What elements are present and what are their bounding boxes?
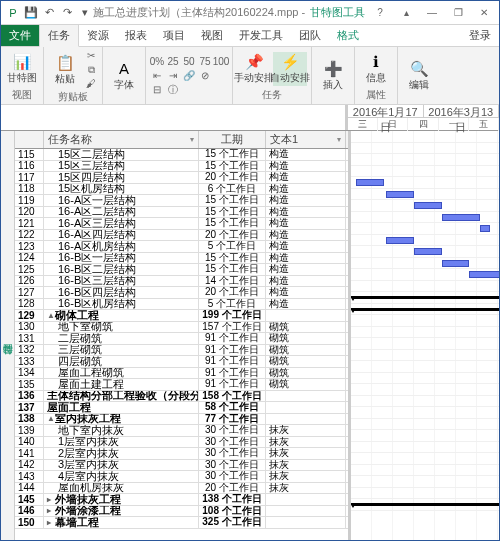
row-duration[interactable]: 20 个工作日: [199, 483, 266, 494]
row-name[interactable]: ▸外墙涂漆工程: [44, 506, 199, 517]
table-row[interactable]: 12416-B区一层结构15 个工作日构造: [15, 253, 348, 265]
minimize-icon[interactable]: —: [421, 4, 443, 22]
table-row[interactable]: 1401层室内抹灰30 个工作日抹灰: [15, 437, 348, 449]
table-row[interactable]: 144屋面机房抹灰20 个工作日抹灰: [15, 483, 348, 495]
row-name[interactable]: 15区四层结构: [44, 172, 199, 183]
pct-25-icon[interactable]: 25: [166, 55, 180, 68]
gantt-bar[interactable]: [469, 271, 499, 278]
table-row[interactable]: 150▸幕墙工程325 个工作日: [15, 517, 348, 529]
row-text[interactable]: [266, 391, 346, 402]
row-duration[interactable]: 58 个工作日: [199, 402, 266, 413]
gantt-bar[interactable]: [480, 225, 490, 232]
row-duration[interactable]: 199 个工作日: [199, 310, 266, 321]
row-duration[interactable]: 30 个工作日: [199, 437, 266, 448]
row-text[interactable]: 构造: [266, 184, 346, 195]
summary-bar[interactable]: [353, 503, 499, 506]
row-text[interactable]: 构造: [266, 299, 346, 310]
row-name[interactable]: 15区二层结构: [44, 149, 199, 160]
row-duration[interactable]: 138 个工作日: [199, 494, 266, 505]
row-duration[interactable]: 15 个工作日: [199, 264, 266, 275]
expand-icon[interactable]: ▸: [47, 518, 55, 527]
save-icon[interactable]: 💾: [23, 5, 39, 21]
row-name[interactable]: ▲室内抹灰工程: [44, 414, 199, 425]
table-row[interactable]: 131二层砌筑91 个工作日砌筑: [15, 333, 348, 345]
row-duration[interactable]: 157 个工作日: [199, 322, 266, 333]
help-icon[interactable]: ?: [369, 4, 391, 22]
qat-more-icon[interactable]: ▾: [77, 5, 93, 21]
table-row[interactable]: 132三层砌筑91 个工作日砌筑: [15, 345, 348, 357]
expand-icon[interactable]: ▲: [47, 311, 55, 320]
row-name[interactable]: 16-B区二层结构: [44, 264, 199, 275]
table-row[interactable]: 1434层室内抹灰30 个工作日抹灰: [15, 471, 348, 483]
row-text[interactable]: 砌筑: [266, 345, 346, 356]
table-row[interactable]: 12716-B区四层结构20 个工作日构造: [15, 287, 348, 299]
gantt-bar[interactable]: [414, 248, 442, 255]
summary-bar[interactable]: [353, 296, 499, 299]
pct-75-icon[interactable]: 75: [198, 55, 212, 68]
row-duration[interactable]: 325 个工作日: [199, 517, 266, 528]
row-name[interactable]: ▲砌体工程: [44, 310, 199, 321]
table-row[interactable]: 11615区三层结构15 个工作日构造: [15, 161, 348, 173]
table-row[interactable]: 12816-B区机房结构5 个工作日构造: [15, 299, 348, 311]
row-duration[interactable]: 5 个工作日: [199, 299, 266, 310]
row-text[interactable]: 抹灰: [266, 448, 346, 459]
row-duration[interactable]: 91 个工作日: [199, 379, 266, 390]
row-text[interactable]: 抹灰: [266, 471, 346, 482]
row-duration[interactable]: 20 个工作日: [199, 172, 266, 183]
row-duration[interactable]: 15 个工作日: [199, 253, 266, 264]
row-text[interactable]: 抹灰: [266, 425, 346, 436]
row-name[interactable]: 主体结构分部工程验收（分段分层）: [44, 391, 199, 402]
indent-icon[interactable]: ⇥: [166, 69, 180, 82]
row-name[interactable]: 屋面工程砌筑: [44, 368, 199, 379]
row-duration[interactable]: 20 个工作日: [199, 230, 266, 241]
row-text[interactable]: 砌筑: [266, 379, 346, 390]
col-name-header[interactable]: 任务名称▾: [44, 131, 199, 148]
unlink-icon[interactable]: ⊘: [198, 69, 212, 82]
row-name[interactable]: 四层砌筑: [44, 356, 199, 367]
table-row[interactable]: 1423层室内抹灰30 个工作日抹灰: [15, 460, 348, 472]
row-text[interactable]: 构造: [266, 253, 346, 264]
col-id-header[interactable]: [15, 131, 44, 148]
gantt-view-button[interactable]: 📊 甘特图: [5, 52, 39, 86]
row-duration[interactable]: 14 个工作日: [199, 276, 266, 287]
row-name[interactable]: 三层砌筑: [44, 345, 199, 356]
row-name[interactable]: 2层室内抹灰: [44, 448, 199, 459]
gantt-bar[interactable]: [386, 237, 414, 244]
tab-resource[interactable]: 资源: [79, 25, 117, 46]
row-duration[interactable]: 5 个工作日: [199, 241, 266, 252]
row-name[interactable]: 16-A区二层结构: [44, 207, 199, 218]
row-text[interactable]: 抹灰: [266, 483, 346, 494]
row-duration[interactable]: 77 个工作日: [199, 414, 266, 425]
restore-icon[interactable]: ❐: [447, 4, 469, 22]
table-row[interactable]: 11916-A区一层结构15 个工作日构造: [15, 195, 348, 207]
row-text[interactable]: 砌筑: [266, 333, 346, 344]
dropdown-icon[interactable]: ▾: [337, 135, 341, 144]
edit-button[interactable]: 🔍 编辑: [402, 59, 436, 93]
row-duration[interactable]: 15 个工作日: [199, 218, 266, 229]
row-duration[interactable]: 108 个工作日: [199, 506, 266, 517]
row-name[interactable]: 16-B区四层结构: [44, 287, 199, 298]
row-name[interactable]: 16-A区机房结构: [44, 241, 199, 252]
table-row[interactable]: 145▸外墙抹灰工程138 个工作日: [15, 494, 348, 506]
tab-report[interactable]: 报表: [117, 25, 155, 46]
table-row[interactable]: 133四层砌筑91 个工作日砌筑: [15, 356, 348, 368]
copy-icon[interactable]: ⧉: [84, 63, 98, 76]
row-name[interactable]: 15区机房结构: [44, 184, 199, 195]
insert-button[interactable]: ➕ 插入: [316, 59, 350, 93]
table-row[interactable]: 12216-A区四层结构20 个工作日构造: [15, 230, 348, 242]
undo-icon[interactable]: ↶: [41, 5, 57, 21]
row-name[interactable]: 16-A区一层结构: [44, 195, 199, 206]
row-name[interactable]: 16-B区三层结构: [44, 276, 199, 287]
table-row[interactable]: 139地下室内抹灰30 个工作日抹灰: [15, 425, 348, 437]
summary-bar[interactable]: [353, 308, 499, 311]
row-duration[interactable]: 91 个工作日: [199, 368, 266, 379]
table-row[interactable]: 138▲室内抹灰工程77 个工作日: [15, 414, 348, 426]
table-row[interactable]: 11515区二层结构15 个工作日构造: [15, 149, 348, 161]
row-text[interactable]: [266, 506, 346, 517]
table-row[interactable]: 11715区四层结构20 个工作日构造: [15, 172, 348, 184]
table-row[interactable]: 11815区机房结构6 个工作日构造: [15, 184, 348, 196]
pct-50-icon[interactable]: 50: [182, 55, 196, 68]
row-text[interactable]: 构造: [266, 172, 346, 183]
row-name[interactable]: 15区三层结构: [44, 161, 199, 172]
pct-0-icon[interactable]: 0%: [150, 55, 164, 68]
